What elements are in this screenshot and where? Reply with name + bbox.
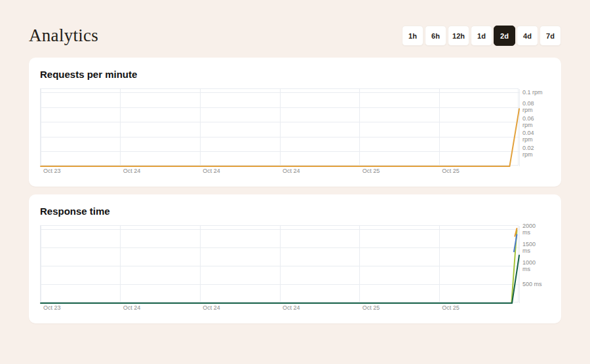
y-tick-label: 0.04rpm	[522, 130, 534, 143]
time-range-button-4d[interactable]: 4d	[517, 26, 538, 46]
response-time-chart: 2000ms1500ms1000ms500 ms Oct 23Oct 24Oct…	[40, 225, 550, 313]
x-tick-label: Oct 24	[203, 168, 220, 174]
requests-chart: 0.1 rpm0.08rpm0.06rpm0.04rpm0.02rpm Oct …	[40, 88, 550, 176]
x-tick-label: Oct 23	[43, 304, 61, 311]
requests-chart-x-axis: Oct 23Oct 24Oct 24Oct 24Oct 25Oct 25	[40, 168, 519, 176]
response-time-chart-x-axis: Oct 23Oct 24Oct 24Oct 24Oct 25Oct 25	[40, 304, 519, 313]
time-range-button-1d[interactable]: 1d	[471, 26, 492, 46]
time-range-button-12h[interactable]: 12h	[448, 26, 469, 46]
requests-chart-title: Requests per minute	[40, 69, 550, 80]
y-tick-label: 1000ms	[522, 259, 536, 272]
requests-chart-y-axis: 0.1 rpm0.08rpm0.06rpm0.04rpm0.02rpm	[519, 88, 549, 166]
time-range-button-6h[interactable]: 6h	[425, 26, 446, 46]
response-time-chart-card: Response time 2000ms1500ms1000ms500 ms O…	[29, 194, 561, 323]
y-tick-label: 0.08rpm	[522, 100, 534, 113]
y-tick-label: 1500ms	[522, 241, 536, 254]
x-tick-label: Oct 24	[123, 304, 141, 311]
page-header: Analytics 1h6h12h1d2d4d7d	[29, 0, 561, 47]
x-tick-label: Oct 25	[442, 168, 460, 174]
page-title: Analytics	[29, 26, 98, 46]
requests-chart-card: Requests per minute 0.1 rpm0.08rpm0.06rp…	[29, 58, 561, 187]
time-range-button-1h[interactable]: 1h	[402, 26, 423, 46]
y-tick-label: 0.06rpm	[522, 115, 534, 128]
response-time-chart-y-axis: 2000ms1500ms1000ms500 ms	[519, 225, 549, 302]
y-tick-label: 0.1 rpm	[522, 89, 543, 96]
y-tick-label: 500 ms	[522, 281, 542, 287]
response-time-chart-plot	[40, 225, 519, 302]
y-tick-label: 2000ms	[522, 223, 536, 236]
x-tick-label: Oct 24	[283, 304, 300, 311]
requests-chart-plot	[40, 88, 519, 166]
response-time-chart-title: Response time	[40, 206, 550, 217]
x-tick-label: Oct 24	[203, 304, 220, 311]
x-tick-label: Oct 24	[283, 168, 300, 174]
x-tick-label: Oct 24	[123, 168, 141, 174]
x-tick-label: Oct 25	[442, 304, 460, 311]
time-range-selector: 1h6h12h1d2d4d7d	[402, 26, 561, 46]
time-range-button-2d[interactable]: 2d	[494, 26, 515, 46]
x-tick-label: Oct 23	[43, 168, 61, 174]
y-tick-label: 0.02rpm	[522, 145, 534, 158]
x-tick-label: Oct 25	[363, 168, 380, 174]
x-tick-label: Oct 25	[363, 304, 380, 311]
chart-canvas	[41, 89, 519, 166]
chart-canvas	[41, 226, 519, 303]
time-range-button-7d[interactable]: 7d	[540, 26, 561, 46]
